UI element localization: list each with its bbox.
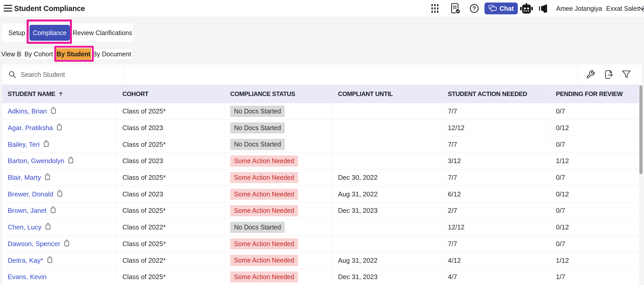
- cohort-cell: Class of 2022*: [117, 252, 225, 269]
- table-row: Bailey, Teri Class of 2025*No Docs Start…: [2, 136, 639, 153]
- student-name-link[interactable]: Barton, Gwendolyn: [8, 157, 64, 165]
- student-name-cell: Blair, Marty: [2, 170, 117, 186]
- student-name-link[interactable]: Brown, Janet: [8, 207, 47, 215]
- status-badge: Some Action Needed: [230, 255, 298, 266]
- column-header-label: COMPLIANCE STATUS: [230, 90, 295, 98]
- student-name-link[interactable]: Deitra, Kay*: [8, 257, 43, 265]
- tab-setup[interactable]: Setup: [2, 24, 31, 42]
- compliance-status-cell: Some Action Needed: [225, 170, 332, 186]
- pending-for-review-cell: 0/12: [550, 219, 639, 236]
- table-row: Brown, Janet Class of 2025*Some Action N…: [2, 203, 639, 219]
- student-name-cell: Bailey, Teri: [2, 136, 117, 153]
- pending-for-review-cell: 0/7: [550, 236, 639, 252]
- student-action-needed-cell: 6/12: [442, 186, 550, 202]
- student-action-needed-cell: 7/7: [442, 136, 550, 153]
- view-by-option-by-cohort[interactable]: By Cohort: [22, 48, 56, 60]
- chat-bubbles-icon: [489, 5, 497, 12]
- view-by-option-by-document[interactable]: By Document: [91, 48, 133, 60]
- table-row: Adkins, Brian Class of 2025*No Docs Star…: [2, 103, 639, 120]
- search-icon: [8, 71, 16, 78]
- view-by-control: By CohortBy StudentBy Document: [21, 48, 133, 60]
- status-badge: Some Action Needed: [230, 155, 298, 167]
- cohort-cell: Class of 2025*: [117, 103, 225, 120]
- student-name-link[interactable]: Blair, Marty: [8, 174, 41, 182]
- column-header-pending-for-review[interactable]: PENDING FOR REVIEW: [550, 85, 639, 103]
- megaphone-icon[interactable]: [539, 4, 548, 13]
- status-badge: Some Action Needed: [230, 189, 298, 200]
- compliant-until-cell: [332, 219, 442, 236]
- account-name: Exxat Sales (PT): [606, 5, 644, 12]
- menu-icon[interactable]: [4, 5, 12, 12]
- status-badge: No Docs Started: [230, 106, 285, 117]
- compliant-until-cell: Aug 31, 2022: [332, 252, 442, 269]
- search-zone: [2, 65, 125, 85]
- compliance-status-cell: Some Action Needed: [225, 269, 332, 285]
- chat-button-label: Chat: [500, 5, 514, 12]
- column-header-compliant-until[interactable]: COMPLIANT UNTIL: [332, 85, 442, 103]
- tag-icon: [43, 173, 52, 183]
- table-row: Evans, KevinClass of 2025*Some Action Ne…: [2, 269, 639, 285]
- tab-compliance[interactable]: Compliance: [29, 25, 70, 41]
- report-check-icon[interactable]: [450, 3, 460, 14]
- view-by-option-by-student[interactable]: By Student: [56, 48, 91, 60]
- apps-grid-icon[interactable]: [431, 4, 438, 13]
- pending-for-review-cell: 0/12: [550, 186, 639, 202]
- pending-for-review-cell: 0/7: [550, 170, 639, 186]
- cohort-cell: Class of 2025*: [117, 236, 225, 252]
- table-row: Brewer, Donald Class of 2023Some Action …: [2, 186, 639, 203]
- column-header-student-action-needed[interactable]: STUDENT ACTION NEEDED: [442, 85, 550, 103]
- column-header-student-name[interactable]: STUDENT NAME: [2, 85, 117, 103]
- column-header-label: COMPLIANT UNTIL: [338, 90, 393, 98]
- tag-icon: [41, 140, 51, 149]
- search-input[interactable]: [20, 71, 119, 79]
- compliant-until-cell: Aug 31, 2022: [332, 186, 442, 202]
- tag-icon: [66, 156, 76, 166]
- student-name-cell: Agar, Pratiksha: [2, 120, 117, 136]
- tab-review-clarifications[interactable]: Review Clarifications: [72, 24, 133, 42]
- compliant-until-cell: [332, 236, 442, 252]
- student-action-needed-cell: 4/12: [442, 252, 550, 269]
- compliance-table-card: STUDENT NAME COHORTCOMPLIANCE STATUSCOMP…: [2, 65, 642, 285]
- column-header-compliance-status[interactable]: COMPLIANCE STATUS: [225, 85, 332, 103]
- profile-menu[interactable]: Amee Jotangiya Exxat Sales (PT): [556, 5, 644, 12]
- help-icon[interactable]: ?: [470, 4, 479, 13]
- tag-icon: [45, 256, 55, 265]
- student-action-needed-cell: 12/12: [442, 120, 550, 136]
- pending-for-review-cell: 0/12: [550, 120, 639, 136]
- tab-bar: SetupComplianceReview Clarifications: [2, 24, 133, 42]
- student-name-link[interactable]: Agar, Pratiksha: [8, 124, 53, 132]
- student-action-needed-cell: 12/12: [442, 219, 550, 236]
- student-name-link[interactable]: Bailey, Teri: [8, 141, 40, 149]
- compliance-status-cell: No Docs Started: [225, 120, 332, 136]
- student-action-needed-cell: 7/7: [442, 103, 550, 120]
- student-name-cell: Evans, Kevin: [2, 269, 117, 285]
- status-badge: No Docs Started: [230, 139, 285, 150]
- student-name-link[interactable]: Brewer, Donald: [8, 190, 53, 198]
- pending-for-review-cell: 1/12: [550, 153, 639, 169]
- user-name: Amee Jotangiya: [556, 5, 602, 12]
- student-name-link[interactable]: Chen, Lucy: [8, 223, 41, 231]
- wrench-icon[interactable]: [586, 70, 595, 79]
- status-badge: Some Action Needed: [230, 172, 298, 183]
- export-icon[interactable]: [604, 70, 614, 79]
- chat-button[interactable]: Chat: [484, 3, 518, 14]
- student-name-link[interactable]: Dawson, Spencer: [8, 240, 60, 248]
- scrollbar-thumb[interactable]: [639, 85, 642, 174]
- compliant-until-cell: Dec 31, 2023: [332, 269, 442, 285]
- tag-icon: [55, 189, 65, 199]
- column-header-label: STUDENT ACTION NEEDED: [448, 90, 527, 98]
- table-row: Deitra, Kay* Class of 2022*Some Action N…: [2, 252, 639, 269]
- table-row: Chen, Lucy Class of 2022*No Docs Started…: [2, 219, 639, 236]
- compliance-status-cell: No Docs Started: [225, 103, 332, 120]
- column-header-cohort[interactable]: COHORT: [117, 85, 225, 103]
- student-name-link[interactable]: Adkins, Brian: [8, 107, 47, 115]
- pending-for-review-cell: 0/7: [550, 103, 639, 120]
- filter-icon[interactable]: [622, 70, 631, 79]
- compliant-until-cell: Dec 31, 2023: [332, 203, 442, 219]
- student-name-link[interactable]: Evans, Kevin: [8, 273, 47, 281]
- tag-icon: [55, 123, 64, 133]
- student-action-needed-cell: 2/7: [442, 203, 550, 219]
- compliant-until-cell: [332, 136, 442, 153]
- robot-icon[interactable]: [520, 3, 533, 14]
- chevron-down-icon[interactable]: [639, 6, 644, 10]
